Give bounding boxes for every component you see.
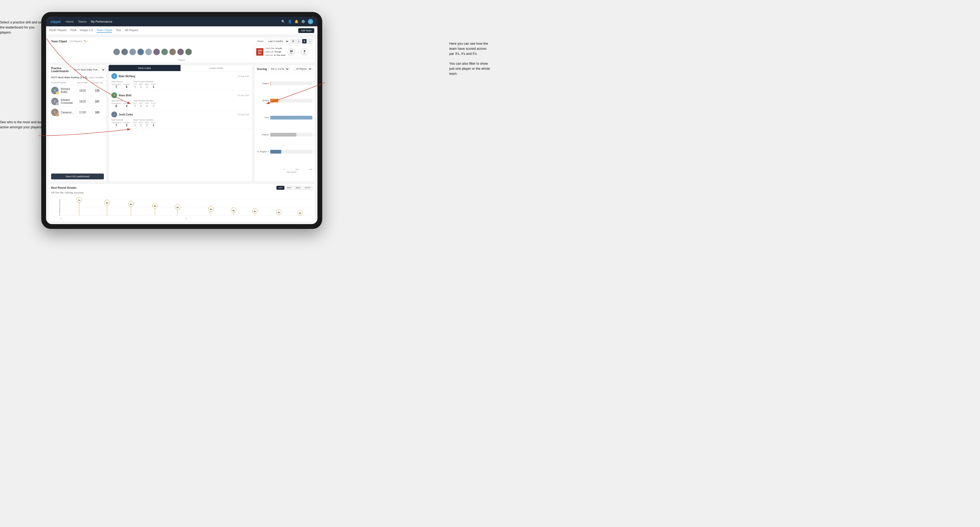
- add-team-button[interactable]: Add Team: [298, 28, 314, 33]
- player-avatar-10[interactable]: [185, 48, 192, 56]
- bar-track-birdies: 96: [270, 99, 312, 103]
- scoring-player-select[interactable]: All Players: [293, 67, 312, 71]
- nav-home[interactable]: Home: [66, 20, 73, 23]
- bar-label-eagles: Eagles: [257, 82, 269, 85]
- drill-select[interactable]: PUTT Must Make Putt...: [71, 67, 106, 72]
- bar-fill-dbogeys: [270, 150, 281, 154]
- team-title: Team Clippd: [51, 40, 67, 43]
- card-view-icon[interactable]: ▦: [302, 39, 307, 44]
- activity-date-1: 26 Aug 2023: [237, 75, 250, 78]
- avatars-row: [51, 48, 254, 56]
- player-avatar-1[interactable]: [113, 48, 120, 56]
- subnav-hcaps[interactable]: Hcaps 1-5: [80, 29, 93, 33]
- player-avatar-7[interactable]: [161, 48, 168, 56]
- activity-date-3: 26 Aug 2023: [237, 113, 250, 116]
- streak-btn-putt[interactable]: PUTT: [303, 186, 312, 190]
- lb-rank-avatar-1: R 1: [51, 87, 59, 94]
- lb-badge-gold: 1: [56, 92, 59, 95]
- sort-icon[interactable]: ↕: [307, 39, 312, 44]
- bar-track-dbogeys: 131: [270, 150, 312, 154]
- svg-text:4x: 4x: [254, 210, 256, 213]
- player-avatar-5[interactable]: [145, 48, 152, 56]
- shot-info-card: 198SC Shot Dist: 16 yds Start Lie: Rough…: [254, 45, 312, 59]
- search-icon[interactable]: 🔍: [281, 20, 285, 24]
- player-avatar-3[interactable]: [129, 48, 136, 56]
- lb-row-2[interactable]: E 2 Edward Crossman 18/20 107: [48, 96, 107, 107]
- subnav-pgat[interactable]: PGAT Players: [49, 29, 67, 33]
- activity-name-2: Rees Britt: [119, 94, 236, 97]
- player-avatar-2[interactable]: [121, 48, 128, 56]
- streak-btn-arg[interactable]: ARG: [294, 186, 302, 190]
- svg-text:3x: 3x: [278, 211, 280, 214]
- subnav-pga[interactable]: PGA: [71, 29, 76, 33]
- nav-my-performance[interactable]: My Performance: [91, 20, 112, 23]
- chart-x-labels: 0 200 400: [270, 168, 312, 170]
- activity-date-2: 02 Sep 2023: [237, 94, 250, 97]
- activity-name-1: Blair McHarg: [119, 75, 236, 78]
- leaderboard-title: Practice Leaderboards: [51, 67, 69, 73]
- activity-avatar-1: B: [111, 73, 117, 79]
- user-avatar[interactable]: U: [308, 19, 313, 24]
- tablet-frame: clippd Home Teams My Performance 🔍 👤 🔔 ⚙…: [41, 12, 322, 229]
- view-icons: ⊞ ≡ ▦ ↕: [291, 39, 312, 44]
- bar-track-eagles: 3: [270, 81, 312, 85]
- bar-label-birdies: Birdies: [257, 99, 269, 102]
- list-view-icon[interactable]: ≡: [296, 39, 301, 44]
- tablet-screen: clippd Home Teams My Performance 🔍 👤 🔔 ⚙…: [46, 17, 317, 224]
- activity-stats-2: Total Rounds Tournament8 Practice4 Total…: [111, 100, 250, 108]
- least-active-tab[interactable]: Least Active: [181, 65, 253, 71]
- player-avatar-4[interactable]: [137, 48, 144, 56]
- nav-teams[interactable]: Teams: [78, 20, 86, 23]
- person-icon[interactable]: 👤: [288, 20, 292, 24]
- bar-track-bogeys: 311: [270, 133, 312, 137]
- activity-panel: Most Active Least Active B Blair McHarg …: [108, 65, 253, 182]
- bar-label-pars: Pars: [257, 116, 269, 119]
- svg-text:6x: 6x: [130, 203, 132, 205]
- lb-row-3[interactable]: C 3 Cameron... 17/20 103: [48, 107, 107, 118]
- shot-details: Shot Dist: 16 yds Start Lie: Rough End L…: [266, 47, 285, 57]
- show-select[interactable]: Last 3 months: [265, 39, 290, 44]
- activity-header-2: R Rees Britt 02 Sep 2023: [111, 92, 250, 98]
- settings-icon[interactable]: ⚙️: [301, 20, 305, 24]
- player-avatar-6[interactable]: [153, 48, 160, 56]
- player-avatar-8[interactable]: [169, 48, 176, 56]
- lb-score-3: 17/20: [75, 111, 91, 114]
- edit-icon[interactable]: ✏️: [84, 40, 87, 43]
- chart-x-title: Total Shots: [270, 171, 312, 173]
- svg-text:5x: 5x: [177, 206, 179, 209]
- activity-tabs: Most Active Least Active: [109, 65, 252, 71]
- subnav-all-players[interactable]: All Players: [125, 29, 138, 33]
- player-avatar-9[interactable]: [177, 48, 184, 56]
- team-header-panel: Team Clippd | 14 Players ✏️ Show: Last 3…: [48, 37, 315, 63]
- bar-value-pars: 499: [315, 116, 315, 119]
- svg-text:3x: 3x: [299, 212, 301, 214]
- streak-btn-ott[interactable]: OTT: [277, 186, 285, 190]
- subnav-tour[interactable]: Tour: [116, 29, 121, 33]
- activity-player-3: J Josh Coles 26 Aug 2023 Total Rounds To…: [109, 110, 252, 129]
- subnav-team-clippd[interactable]: Team Clippd: [97, 29, 112, 33]
- streaks-panel: Best Round Streaks OTT APP ARG PUTT Off …: [48, 183, 315, 222]
- lb-name-1: Richard Butler: [61, 87, 75, 94]
- most-active-tab[interactable]: Most Active: [109, 65, 181, 71]
- lb-avg-3: 103: [91, 111, 104, 114]
- scoring-filter-select[interactable]: Par 3, 4 & 5s: [269, 67, 290, 71]
- lb-name-2: Edward Crossman: [61, 98, 75, 104]
- activity-avatar-2: R: [111, 92, 117, 98]
- shot-badge: 198SC: [256, 48, 263, 56]
- activity-player-1: B Blair McHarg 26 Aug 2023 Total Rounds …: [109, 71, 252, 90]
- bell-icon[interactable]: 🔔: [294, 20, 299, 24]
- streak-btn-app[interactable]: APP: [285, 186, 293, 190]
- bar-fill-birdies: [270, 99, 278, 103]
- streaks-btns: OTT APP ARG PUTT: [277, 186, 312, 190]
- lb-row-1[interactable]: R 1 Richard Butler 19/20 110: [48, 85, 107, 96]
- scoring-header: Scoring Par 3, 4 & 5s All Players: [254, 65, 315, 73]
- streaks-header: Best Round Streaks OTT APP ARG PUTT: [51, 186, 312, 190]
- bar-track-pars: 499: [270, 116, 312, 119]
- players-label: Players: [51, 59, 312, 61]
- grid-view-icon[interactable]: ⊞: [291, 39, 296, 44]
- view-full-leaderboard-button[interactable]: View Full Leaderboard: [51, 173, 104, 179]
- lb-score-2: 18/20: [75, 100, 91, 103]
- navbar: clippd Home Teams My Performance 🔍 👤 🔔 ⚙…: [46, 17, 317, 26]
- streak-chart-svg: 7x 6x 6x 5x: [60, 195, 311, 220]
- streaks-subtitle: Off The Tee, Fairway Accuracy: [51, 191, 312, 194]
